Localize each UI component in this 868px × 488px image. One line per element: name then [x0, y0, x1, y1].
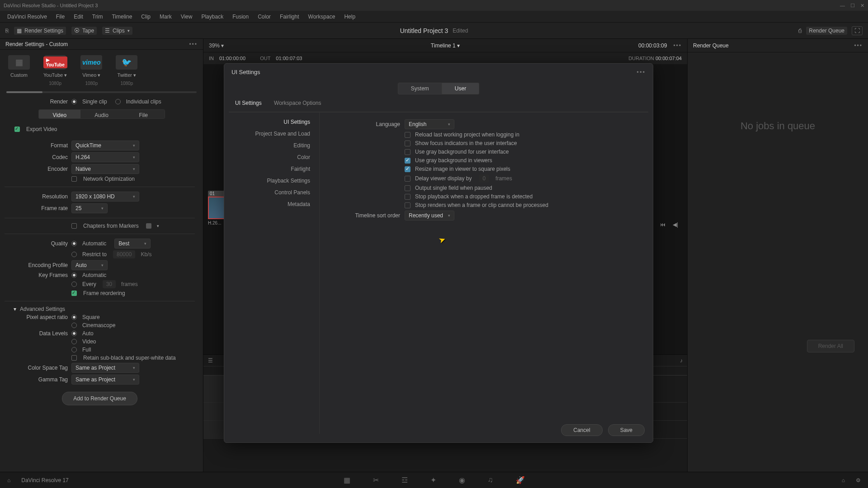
pref-cat-editing[interactable]: Editing	[234, 140, 314, 151]
encoder-select[interactable]: Native▾	[71, 164, 139, 174]
page-deliver-icon[interactable]: 🚀	[516, 476, 525, 484]
language-select[interactable]: English▾	[405, 119, 454, 129]
tape-button[interactable]: ⦿Tape	[71, 27, 97, 35]
pref-check-6[interactable]	[405, 185, 410, 191]
render-all-button[interactable]: Render All	[807, 340, 854, 352]
queue-menu-icon[interactable]: •••	[854, 42, 863, 49]
tab-video[interactable]: Video	[39, 110, 81, 118]
pref-check-2[interactable]	[405, 149, 410, 155]
tab-system[interactable]: System	[398, 83, 442, 94]
render-settings-button[interactable]: ▦Render Settings	[14, 27, 66, 35]
quality-select[interactable]: Best▾	[114, 239, 151, 249]
dialog-menu-icon[interactable]: •••	[637, 69, 646, 75]
menu-davinci-resolve[interactable]: DaVinci Resolve	[4, 13, 51, 21]
menu-playback[interactable]: Playback	[198, 13, 227, 21]
tab-file[interactable]: File	[123, 110, 165, 118]
pref-cat-color[interactable]: Color	[234, 151, 314, 163]
menu-view[interactable]: View	[177, 13, 196, 21]
window-close-icon[interactable]: ✕	[860, 3, 864, 9]
gamma-select[interactable]: Same as Project▾	[71, 375, 139, 385]
expand-icon[interactable]: ⛶	[852, 26, 863, 35]
network-opt-check[interactable]	[71, 176, 77, 182]
menu-help[interactable]: Help	[340, 13, 359, 21]
subtab-workspace[interactable]: Workspace Options	[274, 99, 321, 110]
settings-gear-icon[interactable]: ⚙	[856, 477, 861, 483]
single-clip-radio[interactable]	[71, 99, 77, 104]
subtab-ui-settings[interactable]: UI Settings	[235, 99, 262, 110]
preset-custom[interactable]: ▦Custom	[8, 55, 30, 78]
tab-user[interactable]: User	[442, 83, 479, 94]
menu-trim[interactable]: Trim	[89, 13, 107, 21]
page-edit-icon[interactable]: ☲	[401, 476, 408, 484]
pref-check-4[interactable]	[405, 166, 410, 172]
menu-edit[interactable]: Edit	[70, 13, 87, 21]
preset-vimeo[interactable]: vimeoVimeo ▾1080p	[80, 55, 102, 86]
dl-full-radio[interactable]	[71, 347, 77, 352]
timeline-music-icon[interactable]: ♪	[680, 357, 683, 364]
pref-cat-metadata[interactable]: Metadata	[234, 198, 314, 210]
window-maximize-icon[interactable]: ☐	[850, 3, 855, 9]
clips-button[interactable]: ☰Clips▾	[102, 27, 132, 35]
keyframes-auto-radio[interactable]	[71, 272, 77, 278]
menu-timeline[interactable]: Timeline	[108, 13, 136, 21]
quality-auto-radio[interactable]	[71, 241, 77, 246]
frame-reorder-check[interactable]	[71, 291, 77, 296]
pref-cat-project-save-and-load[interactable]: Project Save and Load	[234, 128, 314, 140]
encoding-profile-select[interactable]: Auto▾	[71, 260, 108, 270]
add-to-queue-button[interactable]: Add to Render Queue	[62, 392, 137, 405]
par-cinema-radio[interactable]	[71, 323, 77, 328]
menu-workspace[interactable]: Workspace	[305, 13, 339, 21]
page-cut-icon[interactable]: ✂	[373, 476, 379, 484]
advanced-toggle[interactable]: Advanced Settings	[20, 306, 65, 312]
pref-cat-playback-settings[interactable]: Playback Settings	[234, 175, 314, 187]
timeline-tool-icon[interactable]: ☰	[208, 357, 213, 364]
prev-clip-icon[interactable]: ⏮	[660, 221, 665, 228]
par-square-radio[interactable]	[71, 314, 77, 320]
dl-video-radio[interactable]	[71, 339, 77, 344]
page-media-icon[interactable]: ▦	[344, 476, 350, 484]
viewer-menu-icon[interactable]: •••	[673, 42, 682, 49]
individual-clips-radio[interactable]	[115, 99, 121, 104]
codec-select[interactable]: H.264▾	[71, 152, 139, 162]
pref-check-1[interactable]	[405, 141, 410, 146]
pref-cat-fairlight[interactable]: Fairlight	[234, 163, 314, 175]
timeline-name[interactable]: Timeline 1 ▾	[431, 42, 460, 49]
page-fusion-icon[interactable]: ✦	[430, 476, 436, 484]
export-icon[interactable]: ⎘	[5, 28, 9, 34]
menu-fairlight[interactable]: Fairlight	[276, 13, 303, 21]
pref-cat-control-panels[interactable]: Control Panels	[234, 187, 314, 198]
menu-clip[interactable]: Clip	[137, 13, 154, 21]
colorspace-select[interactable]: Same as Project▾	[71, 363, 139, 373]
save-button[interactable]: Save	[608, 424, 645, 436]
pref-check-3[interactable]	[405, 158, 410, 164]
menu-color[interactable]: Color	[254, 13, 274, 21]
cancel-button[interactable]: Cancel	[561, 424, 602, 436]
pref-check-8[interactable]	[405, 202, 410, 208]
menu-file[interactable]: File	[52, 13, 68, 21]
home-icon[interactable]: ⌂	[7, 477, 10, 483]
preset-twitter[interactable]: 🐦Twitter ▾1080p	[116, 55, 137, 86]
preset-scroll[interactable]	[6, 91, 197, 93]
pref-check-7[interactable]	[405, 194, 410, 200]
menu-mark[interactable]: Mark	[156, 13, 175, 21]
format-select[interactable]: QuickTime▾	[71, 141, 139, 150]
pref-check-5[interactable]	[405, 176, 410, 182]
framerate-select[interactable]: 25▾	[71, 203, 108, 213]
keyframes-every-radio[interactable]	[71, 282, 77, 287]
menu-fusion[interactable]: Fusion	[229, 13, 252, 21]
resolution-select[interactable]: 868 x 488 HD▾	[71, 192, 139, 202]
pref-cat-ui-settings[interactable]: UI Settings	[234, 116, 314, 128]
window-minimize-icon[interactable]: —	[840, 3, 845, 9]
project-home-icon[interactable]: ⌂	[842, 477, 845, 483]
timeline-sort-select[interactable]: Recently used▾	[405, 211, 454, 221]
page-fairlight-icon[interactable]: ♫	[488, 476, 493, 484]
step-back-icon[interactable]: ◀|	[673, 221, 678, 228]
zoom-level[interactable]: 39% ▾	[209, 42, 224, 49]
tab-audio[interactable]: Audio	[80, 110, 123, 118]
timecode[interactable]: 00:00:03:09	[638, 42, 667, 49]
render-queue-icon[interactable]: ⎙	[798, 28, 802, 34]
chapters-check[interactable]	[71, 223, 77, 229]
quality-restrict-radio[interactable]	[71, 252, 77, 257]
retain-check[interactable]	[71, 355, 77, 361]
panel-menu-icon[interactable]: •••	[189, 41, 198, 47]
